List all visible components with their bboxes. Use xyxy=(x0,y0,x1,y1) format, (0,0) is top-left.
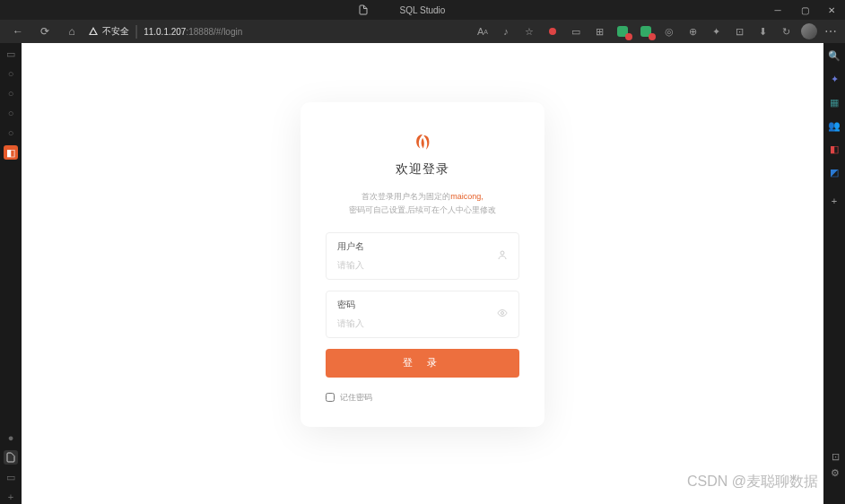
settings-icon[interactable]: ⚙ xyxy=(831,467,840,479)
url-path: :18888/#/login xyxy=(186,27,242,37)
maximize-button[interactable]: ▢ xyxy=(791,0,818,20)
username-input[interactable] xyxy=(337,260,508,270)
login-card: 欢迎登录 首次登录用户名为固定的maicong, 密码可自己设置,后续可在个人中… xyxy=(301,102,544,427)
sidebar-profile-icon[interactable]: ● xyxy=(4,430,18,445)
sidebar-item-4[interactable]: ○ xyxy=(4,106,18,120)
browser-toolbar: AA ♪ ☆ ▭ ⊞ ◎ ⊕ ✦ ⊡ ⬇ ↻ ⋯ xyxy=(475,23,838,39)
username-label: 用户名 xyxy=(337,240,508,253)
cast-icon[interactable]: ▭ xyxy=(568,23,584,39)
window-title: SQL Studio xyxy=(400,5,446,15)
puzzle-icon[interactable]: ✦ xyxy=(827,72,841,86)
back-button[interactable]: ← xyxy=(7,21,29,42)
remember-checkbox-wrapper[interactable]: 记住密码 xyxy=(326,392,519,404)
sidebar-item-2[interactable]: ○ xyxy=(4,66,18,81)
people-icon[interactable]: 👥 xyxy=(827,118,841,133)
search-icon[interactable]: 🔍 xyxy=(827,48,841,63)
login-button[interactable]: 登 录 xyxy=(326,349,519,378)
page-icon xyxy=(358,4,369,15)
browser-addressbar: ← ⟳ ⌂ 不安全 | 11.0.1.207:18888/#/login AA … xyxy=(0,20,845,43)
refresh-button[interactable]: ⟳ xyxy=(34,21,56,42)
user-icon xyxy=(497,249,508,262)
remember-checkbox[interactable] xyxy=(326,393,335,402)
username-field-wrapper: 用户名 xyxy=(326,232,519,280)
sidebar-item-active[interactable]: ◧ xyxy=(4,145,18,160)
collections-icon[interactable]: ⊞ xyxy=(591,23,607,39)
svg-point-1 xyxy=(501,312,504,315)
more-menu-icon[interactable]: ⋯ xyxy=(824,24,838,39)
screenshot-icon[interactable]: ⊡ xyxy=(731,23,747,39)
ext1-icon[interactable] xyxy=(614,23,631,39)
office-icon[interactable]: ◧ xyxy=(827,142,841,156)
favorites-bar-icon[interactable]: ✦ xyxy=(708,23,724,39)
home-button[interactable]: ⌂ xyxy=(61,21,83,42)
ext2-icon[interactable] xyxy=(638,23,654,39)
sidebar-tab-other[interactable]: ▭ xyxy=(4,470,18,484)
sidebar-right: 🔍 ✦ ▦ 👥 ◧ ◩ + xyxy=(823,43,845,504)
security-indicator[interactable]: 不安全 xyxy=(88,25,129,38)
document-icon xyxy=(5,452,16,463)
hint-accent: maicong, xyxy=(450,192,483,201)
remember-label: 记住密码 xyxy=(340,392,372,404)
password-field-wrapper: 密码 xyxy=(326,291,519,338)
login-hint: 首次登录用户名为固定的maicong, 密码可自己设置,后续可在个人中心里修改 xyxy=(326,190,519,216)
watermark: CSDN @麦聪聊数据 xyxy=(687,473,818,491)
sidebar-item-5[interactable]: ○ xyxy=(4,126,18,140)
sidebar-left: ▭ ○ ○ ○ ○ ◧ ● ▭ + xyxy=(0,43,22,504)
window-titlebar: SQL Studio ─ ▢ ✕ xyxy=(0,0,845,20)
sidebar-tab-current[interactable] xyxy=(4,450,18,465)
sidebar-item-1[interactable]: ▭ xyxy=(4,47,18,61)
history-icon[interactable]: ↻ xyxy=(778,23,794,39)
minimize-button[interactable]: ─ xyxy=(764,0,791,20)
sidebar-item-3[interactable]: ○ xyxy=(4,86,18,100)
expand-sidebar-icon[interactable]: ⊡ xyxy=(832,451,840,463)
password-label: 密码 xyxy=(337,299,508,311)
window-controls: ─ ▢ ✕ xyxy=(764,0,845,20)
welcome-title: 欢迎登录 xyxy=(326,161,519,178)
downloads-icon[interactable]: ⬇ xyxy=(754,23,771,39)
password-input[interactable] xyxy=(337,318,508,328)
add-panel-icon[interactable]: + xyxy=(827,194,841,208)
read-aloud-icon[interactable]: ♪ xyxy=(498,23,514,39)
warning-icon xyxy=(88,26,99,37)
extensions-icon[interactable]: ⊕ xyxy=(684,23,701,39)
favorite-icon[interactable]: ☆ xyxy=(521,23,537,39)
app-logo xyxy=(326,131,519,154)
url-display[interactable]: 11.0.1.207:18888/#/login xyxy=(144,27,469,37)
text-size-icon[interactable]: AA xyxy=(475,23,491,39)
close-button[interactable]: ✕ xyxy=(818,0,845,20)
hint-text-1: 首次登录用户名为固定的 xyxy=(362,192,450,201)
hint-text-2: 密码可自己设置,后续可在个人中心里修改 xyxy=(349,205,497,214)
url-host: 11.0.1.207 xyxy=(144,27,186,37)
security-label: 不安全 xyxy=(102,25,129,38)
page-content: 欢迎登录 首次登录用户名为固定的maicong, 密码可自己设置,后续可在个人中… xyxy=(22,43,823,504)
briefcase-icon[interactable]: ▦ xyxy=(827,95,841,109)
sidebar-add-tab[interactable]: + xyxy=(4,490,18,504)
record-icon[interactable] xyxy=(544,23,561,39)
profile-avatar[interactable] xyxy=(801,23,817,39)
shield-icon[interactable]: ◎ xyxy=(661,23,677,39)
flame-logo-icon xyxy=(411,131,434,154)
svg-point-0 xyxy=(501,251,504,255)
outlook-icon[interactable]: ◩ xyxy=(827,165,841,179)
eye-icon[interactable] xyxy=(497,308,508,320)
